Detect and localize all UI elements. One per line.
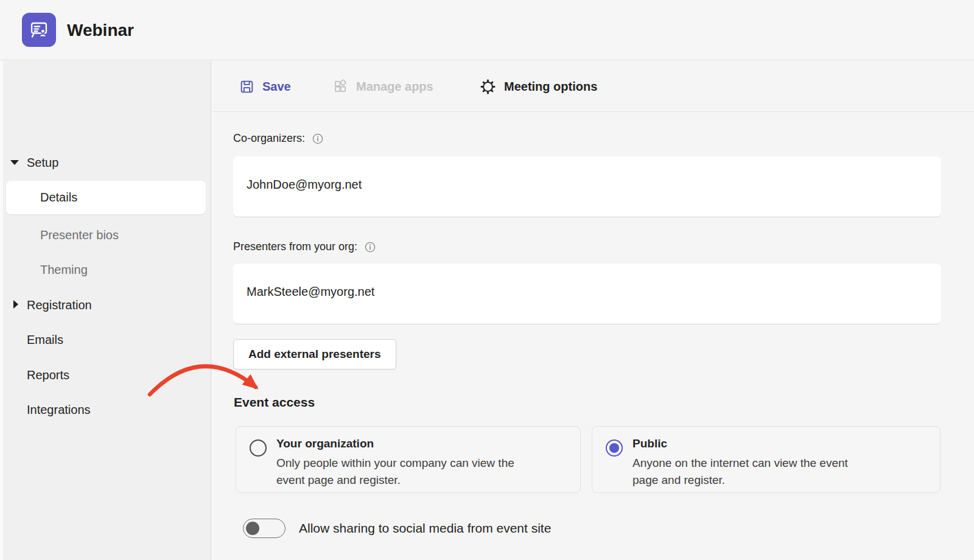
presenters-label: Presenters from your org: [233, 240, 357, 253]
app-header: Webinar [0, 0, 974, 60]
save-floppy-icon [239, 79, 254, 94]
sidebar-item-details[interactable]: Details [6, 181, 206, 214]
co-organizers-label: Co-organizers: [233, 132, 305, 145]
option-description: Only people within your company can view… [276, 455, 515, 489]
sidebar-item-integrations[interactable]: Integrations [0, 399, 211, 420]
save-button[interactable]: Save [239, 61, 291, 112]
presenters-field[interactable]: MarkSteele@myorg.net [233, 264, 941, 324]
sidebar: Setup Details Presenter bios Theming Reg… [0, 61, 211, 560]
social-sharing-row: Allow sharing to social media from event… [243, 519, 551, 538]
command-toolbar: Save Manage apps [212, 61, 974, 112]
chevron-right-icon [13, 300, 18, 309]
meeting-options-button[interactable]: Meeting options [480, 61, 597, 112]
option-description: Anyone on the internet can view the even… [632, 455, 871, 489]
gear-icon [480, 79, 496, 95]
webinar-setup-page: Webinar Setup Details Presenter bios The… [0, 0, 974, 560]
chevron-down-icon [10, 160, 19, 165]
radio-your-organization[interactable] [250, 439, 267, 457]
toggle-knob [246, 522, 259, 535]
info-icon[interactable] [312, 133, 324, 145]
option-title: Public [632, 437, 871, 450]
sidebar-item-reports[interactable]: Reports [0, 365, 211, 385]
presentation-board-icon [26, 16, 52, 43]
social-sharing-toggle[interactable] [243, 519, 286, 538]
co-organizers-value: JohnDoe@myorg.net [247, 178, 362, 192]
co-organizers-field[interactable]: JohnDoe@myorg.net [233, 156, 941, 217]
sidebar-item-emails[interactable]: Emails [0, 329, 211, 350]
co-organizers-label-row: Co-organizers: [233, 132, 324, 145]
social-sharing-label: Allow sharing to social media from event… [299, 521, 551, 536]
page-title: Webinar [67, 0, 134, 60]
add-external-presenters-button[interactable]: Add external presenters [233, 339, 396, 369]
sidebar-item-theming[interactable]: Theming [0, 259, 211, 280]
event-access-option-your-organization[interactable]: Your organization Only people within you… [236, 426, 581, 493]
event-access-heading: Event access [234, 395, 315, 410]
presenters-label-row: Presenters from your org: [233, 240, 376, 253]
manage-apps-button[interactable]: Manage apps [332, 61, 433, 112]
sidebar-item-setup[interactable]: Setup [0, 152, 211, 173]
event-access-option-public[interactable]: Public Anyone on the internet can view t… [592, 426, 941, 493]
radio-public[interactable] [606, 439, 623, 457]
apps-grid-icon [332, 79, 348, 94]
sidebar-item-registration[interactable]: Registration [0, 295, 211, 315]
sidebar-item-presenter-bios[interactable]: Presenter bios [0, 225, 211, 245]
option-title: Your organization [276, 437, 515, 450]
info-icon[interactable] [364, 241, 376, 253]
webinar-app-icon [22, 13, 56, 47]
presenters-value: MarkSteele@myorg.net [247, 285, 374, 299]
